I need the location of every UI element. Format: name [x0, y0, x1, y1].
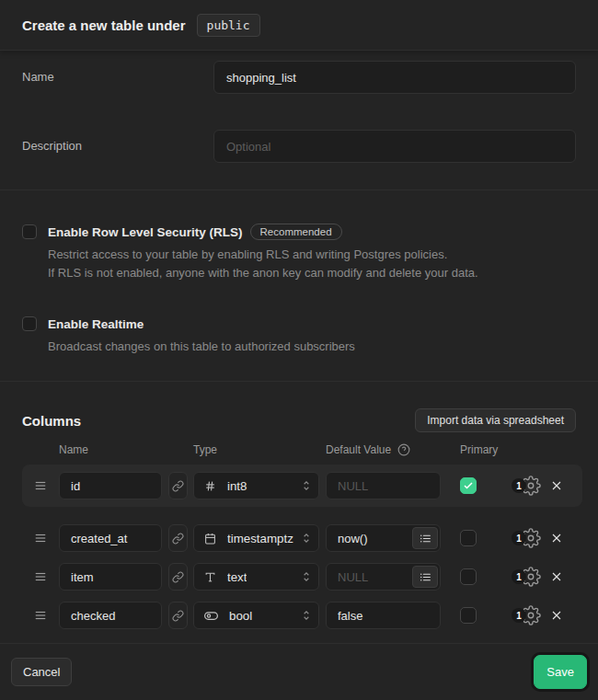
save-button[interactable]: Save: [534, 655, 587, 689]
hash-icon: [204, 480, 216, 492]
realtime-toggle-row: Enable Realtime Broadcast changes on thi…: [22, 316, 576, 356]
panel-header: Create a new table under public: [0, 0, 598, 51]
list-icon: [420, 571, 431, 583]
name-label: Name: [22, 61, 213, 94]
column-type-select[interactable]: text: [193, 563, 319, 591]
text-icon: [204, 571, 216, 583]
options-section: Enable Row Level Security (RLS) Recommen…: [0, 190, 598, 382]
link-icon: [172, 571, 184, 583]
columns-section: Columns Import data via spreadsheet Name…: [0, 382, 598, 644]
foreign-key-button[interactable]: [168, 563, 188, 591]
drag-handle-icon[interactable]: [34, 609, 47, 622]
columns-rows: int8 1 timestamptz 1: [22, 465, 576, 629]
chevrons-updown-icon: [300, 570, 313, 583]
remove-column-button[interactable]: [549, 608, 564, 623]
realtime-checkbox[interactable]: [22, 316, 37, 331]
rls-label: Enable Row Level Security (RLS): [48, 225, 243, 239]
schema-chip: public: [197, 14, 260, 37]
settings-count-badge: 1: [512, 608, 526, 623]
foreign-key-button[interactable]: [168, 524, 188, 552]
cancel-button[interactable]: Cancel: [11, 658, 72, 686]
primary-checkbox[interactable]: [460, 477, 477, 494]
table-name-input[interactable]: [213, 61, 576, 94]
link-icon: [172, 480, 184, 492]
column-name-input[interactable]: [59, 472, 162, 499]
calendar-icon: [204, 533, 216, 545]
realtime-label: Enable Realtime: [48, 317, 144, 331]
column-name-input[interactable]: [59, 602, 162, 629]
primary-checkbox[interactable]: [460, 530, 477, 546]
header-name: Name: [59, 443, 162, 456]
default-value-menu-button[interactable]: [412, 566, 438, 588]
settings-count-badge: 1: [512, 531, 526, 545]
column-row: bool 1: [22, 602, 582, 629]
column-name-input[interactable]: [59, 563, 162, 591]
drag-handle-icon[interactable]: [34, 479, 47, 492]
toggle-icon: [204, 609, 218, 623]
table-description-input[interactable]: [213, 130, 576, 163]
name-field-row: Name: [22, 61, 576, 94]
rls-toggle-row: Enable Row Level Security (RLS) Recommen…: [22, 224, 576, 282]
realtime-toggle-content: Enable Realtime Broadcast changes on thi…: [48, 316, 355, 356]
column-default-input[interactable]: [326, 472, 441, 499]
chevrons-updown-icon: [300, 609, 313, 622]
column-row: text 1: [22, 563, 582, 591]
primary-checkbox[interactable]: [460, 607, 477, 624]
primary-checkbox[interactable]: [460, 568, 477, 585]
realtime-description: Broadcast changes on this table to autho…: [48, 338, 355, 356]
column-type-select[interactable]: timestamptz: [193, 524, 319, 552]
column-default-input[interactable]: [326, 602, 441, 629]
column-name-input[interactable]: [59, 524, 162, 552]
column-row: int8 1: [22, 465, 582, 507]
columns-table-header: Name Type Default Value Primary: [22, 443, 576, 456]
drag-handle-icon[interactable]: [34, 570, 47, 583]
remove-column-button[interactable]: [549, 531, 564, 545]
settings-count-badge: 1: [512, 569, 526, 584]
list-icon: [420, 533, 431, 545]
column-settings-button[interactable]: 1: [512, 567, 541, 587]
import-spreadsheet-button[interactable]: Import data via spreadsheet: [415, 408, 576, 432]
help-icon[interactable]: [397, 443, 410, 456]
header-primary: Primary: [441, 443, 490, 456]
drag-handle-icon[interactable]: [34, 532, 47, 545]
settings-count-badge: 1: [512, 478, 526, 493]
remove-column-button[interactable]: [549, 478, 564, 493]
foreign-key-button[interactable]: [168, 602, 188, 629]
description-label: Description: [22, 130, 213, 163]
recommended-badge: Recommended: [250, 224, 342, 240]
column-settings-button[interactable]: 1: [512, 476, 541, 496]
create-table-panel: Create a new table under public Name Des…: [0, 0, 598, 700]
rls-description: Restrict access to your table by enablin…: [48, 246, 478, 282]
header-type: Type: [193, 443, 319, 456]
chevrons-updown-icon: [300, 479, 313, 492]
link-icon: [172, 533, 184, 545]
header-default: Default Value: [319, 443, 441, 456]
panel-title: Create a new table under: [22, 17, 186, 33]
columns-title: Columns: [22, 413, 81, 429]
column-type-select[interactable]: bool: [193, 602, 319, 629]
column-type-select[interactable]: int8: [193, 472, 319, 499]
table-info-section: Name Description: [0, 51, 598, 190]
description-field-row: Description: [22, 130, 576, 163]
chevrons-updown-icon: [300, 532, 313, 545]
panel-footer: Cancel Save: [0, 644, 598, 700]
default-value-menu-button[interactable]: [412, 527, 438, 549]
rls-checkbox[interactable]: [22, 224, 37, 239]
foreign-key-button[interactable]: [168, 472, 188, 499]
column-row: timestamptz 1: [22, 524, 582, 552]
link-icon: [172, 610, 184, 622]
rls-toggle-content: Enable Row Level Security (RLS) Recommen…: [48, 224, 478, 282]
column-settings-button[interactable]: 1: [512, 528, 541, 548]
remove-column-button[interactable]: [549, 569, 564, 584]
column-settings-button[interactable]: 1: [512, 605, 541, 625]
